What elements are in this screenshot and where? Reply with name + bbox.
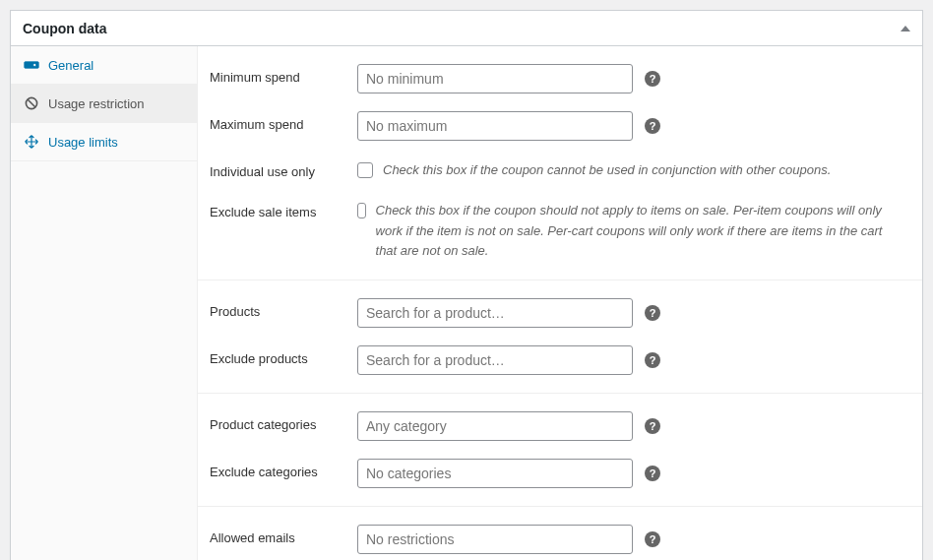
help-icon[interactable]: ?	[645, 466, 660, 481]
row-exclude-categories: Exclude categories ?	[210, 450, 902, 497]
allowed-emails-input[interactable]	[357, 525, 633, 554]
sidebar-tabs: General Usage restriction	[11, 46, 198, 560]
tab-usage-restriction-label: Usage restriction	[48, 96, 145, 111]
help-icon[interactable]: ?	[645, 305, 660, 321]
ticket-icon	[23, 56, 40, 74]
panel-content: Minimum spend ? Maximum spend ?	[198, 46, 922, 560]
exclude-sale-label: Exclude sale items	[210, 199, 357, 219]
move-icon	[23, 133, 40, 151]
row-products: Products ?	[210, 289, 902, 337]
tab-general[interactable]: General	[11, 46, 197, 85]
help-icon[interactable]: ?	[645, 352, 660, 368]
maximum-spend-input[interactable]	[357, 111, 633, 141]
section-categories: Product categories ? Exclude categories …	[198, 394, 922, 507]
panel-title: Coupon data	[23, 21, 107, 36]
minimum-spend-label: Minimum spend	[210, 64, 357, 85]
row-allowed-emails: Allowed emails ?	[210, 516, 902, 560]
allowed-emails-label: Allowed emails	[210, 525, 357, 545]
exclude-sale-description: Check this box if the coupon should not …	[376, 199, 902, 262]
tab-general-label: General	[48, 58, 93, 73]
panel-body: General Usage restriction	[11, 46, 922, 560]
help-icon[interactable]: ?	[645, 118, 660, 134]
individual-use-checkbox[interactable]	[357, 162, 373, 178]
exclude-categories-input[interactable]	[357, 459, 633, 488]
individual-use-description: Check this box if the coupon cannot be u…	[383, 158, 831, 181]
maximum-spend-label: Maximum spend	[210, 111, 357, 132]
collapse-toggle-icon[interactable]	[901, 26, 910, 31]
individual-use-label: Individual use only	[210, 158, 357, 179]
help-icon[interactable]: ?	[645, 71, 660, 87]
svg-point-1	[33, 63, 36, 66]
row-maximum-spend: Maximum spend ?	[210, 102, 902, 150]
section-emails: Allowed emails ?	[198, 507, 922, 560]
exclude-products-label: Exclude products	[210, 345, 357, 366]
products-input[interactable]	[357, 298, 633, 328]
product-categories-label: Product categories	[210, 411, 357, 432]
tab-usage-limits[interactable]: Usage limits	[11, 123, 197, 161]
panel-header: Coupon data	[11, 11, 922, 46]
exclude-sale-checkbox[interactable]	[357, 203, 366, 218]
help-icon[interactable]: ?	[645, 418, 660, 434]
section-spend-limits: Minimum spend ? Maximum spend ?	[198, 46, 922, 280]
coupon-data-panel: Coupon data General	[10, 10, 923, 560]
help-icon[interactable]: ?	[645, 531, 660, 547]
tab-usage-limits-label: Usage limits	[48, 135, 118, 150]
ban-icon	[23, 94, 40, 112]
row-exclude-products: Exclude products ?	[210, 337, 902, 384]
row-exclude-sale: Exclude sale items Check this box if the…	[210, 190, 902, 271]
section-products: Products ? Exclude products ?	[198, 280, 922, 394]
row-product-categories: Product categories ?	[210, 403, 902, 450]
row-individual-use: Individual use only Check this box if th…	[210, 150, 902, 190]
product-categories-input[interactable]	[357, 411, 633, 441]
svg-line-3	[28, 99, 35, 107]
minimum-spend-input[interactable]	[357, 64, 633, 93]
tab-usage-restriction[interactable]: Usage restriction	[11, 85, 197, 123]
exclude-categories-label: Exclude categories	[210, 459, 357, 479]
products-label: Products	[210, 298, 357, 319]
row-minimum-spend: Minimum spend ?	[210, 55, 902, 102]
exclude-products-input[interactable]	[357, 345, 633, 375]
